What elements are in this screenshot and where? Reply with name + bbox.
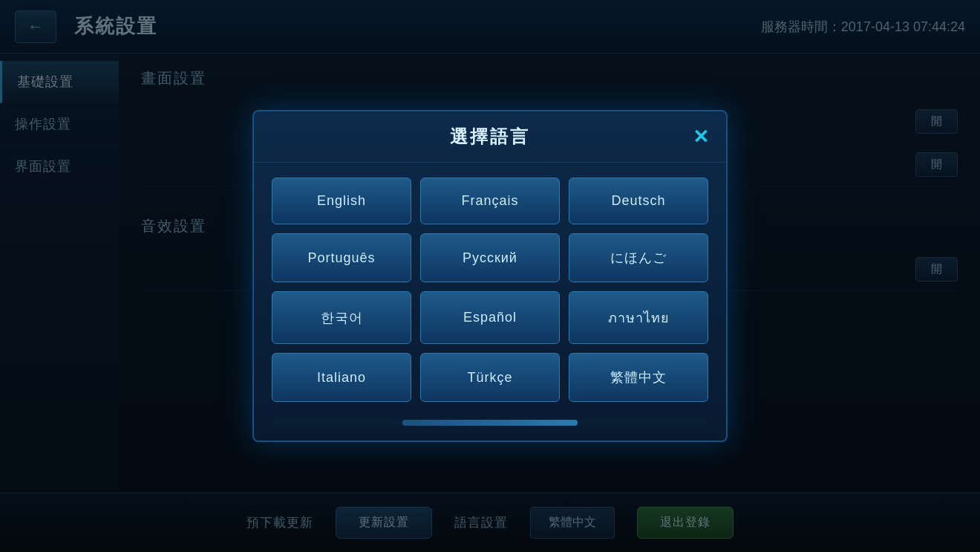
lang-btn-english[interactable]: English [272,178,411,224]
close-dialog-button[interactable]: ✕ [687,123,714,150]
lang-btn-japanese[interactable]: にほんご [569,233,708,282]
lang-btn-italian[interactable]: Italiano [272,353,411,402]
language-dialog: 選擇語言 ✕ English Français Deutsch Portuguê… [252,110,728,442]
lang-btn-russian[interactable]: Русский [420,233,560,282]
modal-overlay: 選擇語言 ✕ English Français Deutsch Portuguê… [0,0,980,552]
lang-btn-portuguese[interactable]: Português [272,233,411,282]
lang-btn-german[interactable]: Deutsch [569,178,708,224]
lang-btn-turkish[interactable]: Türkçe [420,353,560,402]
dialog-title: 選擇語言 [450,125,530,149]
lang-btn-thai[interactable]: ภาษาไทย [569,291,708,344]
dialog-header: 選擇語言 ✕ [254,111,726,163]
dialog-scroll-thumb [402,420,577,426]
dialog-scrollbar[interactable] [272,420,708,426]
lang-btn-korean[interactable]: 한국어 [272,291,411,344]
lang-btn-spanish[interactable]: Español [420,291,560,344]
lang-btn-chinese-trad[interactable]: 繁體中文 [569,353,708,402]
lang-btn-french[interactable]: Français [420,178,560,224]
language-grid: English Français Deutsch Português Русск… [254,163,726,417]
